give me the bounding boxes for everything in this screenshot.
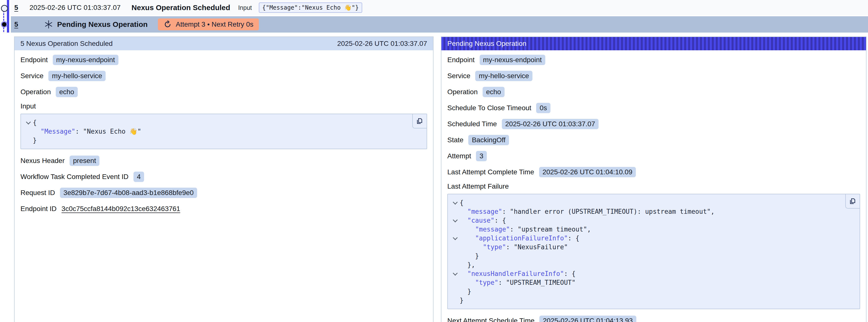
code-gutter	[24, 136, 33, 145]
field-value-badge: my-hello-service	[475, 71, 532, 81]
code-line: "message": "handler error (UPSTREAM_TIME…	[451, 207, 854, 216]
timeline-node-open-icon[interactable]	[1, 5, 8, 12]
input-code-block: { "Message": "Nexus Echo 👋"}	[21, 114, 427, 149]
field-value-badge: my-hello-service	[49, 71, 105, 81]
field-label: Scheduled Time	[447, 120, 497, 128]
code-gutter	[451, 207, 460, 216]
field-label: Last Attempt Complete Time	[447, 168, 534, 176]
code-text: "type": "NexusFailure"	[460, 243, 568, 252]
event-timestamp: 2025-02-26 UTC 01:03:37.07	[30, 4, 121, 11]
panel-header-title: Pending Nexus Operation	[447, 40, 527, 47]
code-line: }	[451, 252, 854, 260]
event-history-rows: 5 2025-02-26 UTC 01:03:37.07 Nexus Opera…	[0, 0, 868, 33]
field-group: Endpointmy-nexus-endpointServicemy-hello…	[447, 54, 860, 178]
field-value-badge: 2025-02-26 UTC 01:04:10.09	[539, 167, 636, 177]
collapse-chevron-icon[interactable]	[451, 198, 460, 207]
code-line: "message": "upstream timeout",	[451, 225, 854, 234]
field-group: Endpointmy-nexus-endpointServicemy-hello…	[21, 54, 427, 98]
field-service: Servicemy-hello-service	[21, 70, 427, 82]
code-text: }	[460, 252, 479, 260]
field-value-badge: 4	[133, 171, 144, 182]
json-viewer: { "Message": "Nexus Echo 👋"}	[24, 118, 421, 145]
field-label: Next Attempt Schedule Time	[447, 317, 534, 322]
failure-section-label: Last Attempt Failure	[447, 183, 860, 190]
event-row-nexus-operation-scheduled[interactable]: 5 2025-02-26 UTC 01:03:37.07 Nexus Opera…	[11, 0, 868, 15]
input-section-label: Input	[21, 102, 427, 110]
field-scheduled-time: Scheduled Time2025-02-26 UTC 01:03:37.07	[447, 118, 860, 130]
attempt-retry-label: Attempt 3 • Next Retry 0s	[176, 21, 253, 28]
code-gutter	[451, 252, 460, 260]
field-value-badge: 2025-02-26 UTC 01:04:13.93	[539, 316, 636, 322]
field-value-badge: 0s	[536, 103, 551, 113]
pending-operation-panel: Pending Nexus Operation Endpointmy-nexus…	[441, 36, 867, 322]
code-text: "type": "UPSTREAM_TIMEOUT"	[460, 278, 576, 287]
code-text: "message": "upstream timeout",	[460, 225, 591, 234]
copy-button[interactable]	[412, 114, 427, 128]
field-value-badge: 3e829b7e-7d67-4b08-aad3-b1e868bfe9e0	[60, 188, 197, 198]
collapse-chevron-icon[interactable]	[24, 118, 33, 127]
code-gutter	[451, 278, 460, 287]
field-label: Workflow Task Completed Event ID	[21, 173, 128, 181]
copy-icon	[416, 117, 424, 125]
field-label: Endpoint	[447, 56, 475, 64]
scheduled-panel-header: 5 Nexus Operation Scheduled 2025-02-26 U…	[14, 37, 433, 50]
code-line: "nexusHandlerFailureInfo": {	[451, 269, 854, 278]
code-gutter	[24, 127, 33, 136]
field-value-badge: echo	[483, 87, 504, 97]
event-input-label: Input	[238, 4, 252, 11]
field-operation: Operationecho	[447, 86, 860, 98]
collapse-chevron-icon[interactable]	[451, 269, 460, 278]
code-gutter	[451, 260, 460, 269]
collapse-chevron-icon[interactable]	[451, 216, 460, 225]
collapse-chevron-icon[interactable]	[451, 234, 460, 243]
code-line: "cause": {	[451, 216, 854, 225]
event-input-chip[interactable]: {"Message":"Nexus Echo 👋"}	[259, 2, 362, 13]
code-text: }	[33, 136, 37, 145]
field-last-attempt-complete-time: Last Attempt Complete Time2025-02-26 UTC…	[447, 166, 860, 178]
code-text: },	[460, 260, 475, 269]
code-line: }	[24, 136, 421, 145]
copy-button[interactable]	[845, 194, 860, 208]
scheduled-event-detail-panel: 5 Nexus Operation Scheduled 2025-02-26 U…	[14, 36, 434, 322]
code-line: "type": "NexusFailure"	[451, 243, 854, 252]
field-value-badge: 2025-02-26 UTC 01:03:37.07	[502, 119, 598, 129]
field-value-badge: BackingOff	[468, 135, 509, 145]
code-text: {	[460, 198, 464, 207]
timeline-gutter	[0, 0, 11, 33]
field-workflow-task-completed-event-id: Workflow Task Completed Event ID4	[21, 171, 427, 183]
field-value-badge: echo	[56, 87, 78, 97]
field-label: Request ID	[21, 189, 55, 197]
failure-code-block: { "message": "handler error (UPSTREAM_TI…	[447, 194, 860, 309]
field-endpoint-id: Endpoint ID3c0c75ccfa8144b092c13ce632463…	[21, 203, 427, 215]
code-line: "type": "UPSTREAM_TIMEOUT"	[451, 278, 854, 287]
selection-accent-bar	[7, 0, 9, 33]
json-viewer: { "message": "handler error (UPSTREAM_TI…	[451, 198, 854, 305]
code-gutter	[451, 225, 460, 234]
event-title: Pending Nexus Operation	[57, 20, 148, 29]
code-gutter	[451, 287, 460, 296]
code-text: "applicationFailureInfo": {	[460, 234, 579, 243]
code-gutter	[451, 243, 460, 252]
code-text: "cause": {	[460, 216, 506, 225]
field-label: Nexus Header	[21, 157, 65, 165]
code-line: },	[451, 260, 854, 269]
code-gutter	[451, 296, 460, 305]
field-label: State	[447, 136, 463, 144]
event-id-link[interactable]: 5	[14, 21, 18, 28]
field-value-badge: present	[69, 156, 99, 166]
event-row-pending-nexus-operation[interactable]: 5 Pending Nexus Operation Attempt 3 • Ne…	[11, 16, 868, 33]
field-endpoint: Endpointmy-nexus-endpoint	[21, 54, 427, 66]
field-state: StateBackingOff	[447, 134, 860, 146]
panel-header-title: 5 Nexus Operation Scheduled	[21, 40, 113, 47]
timeline-node-current-icon[interactable]	[1, 21, 7, 28]
field-value-link[interactable]: 3c0c75ccfa8144b092c13ce632463761	[61, 205, 180, 213]
field-value-badge: my-nexus-endpoint	[53, 55, 118, 65]
field-schedule-to-close-timeout: Schedule To Close Timeout0s	[447, 102, 860, 114]
code-line: {	[451, 198, 854, 207]
event-id-link[interactable]: 5	[14, 4, 18, 11]
panel-header-timestamp: 2025-02-26 UTC 01:03:37.07	[337, 40, 427, 47]
code-text: "message": "handler error (UPSTREAM_TIME…	[460, 207, 715, 216]
field-endpoint: Endpointmy-nexus-endpoint	[447, 54, 860, 66]
attempt-retry-badge[interactable]: Attempt 3 • Next Retry 0s	[158, 19, 259, 30]
copy-icon	[849, 197, 857, 205]
